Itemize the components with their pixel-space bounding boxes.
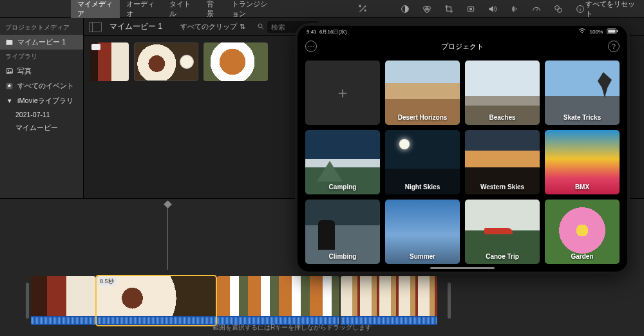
svg-point-6 <box>555 5 560 10</box>
timeline-clip[interactable] <box>341 276 437 325</box>
layout-toggle-icon[interactable] <box>89 22 102 32</box>
browser-title: マイムービー 1 <box>109 21 162 32</box>
sidebar-item-label: 写真 <box>17 66 32 76</box>
camera-icon <box>91 44 100 50</box>
search-icon <box>257 23 265 32</box>
audio-waveform <box>31 316 95 325</box>
crop-icon[interactable] <box>444 4 454 14</box>
new-project-button[interactable]: ＋ <box>305 61 380 125</box>
svg-point-12 <box>258 24 262 28</box>
project-cell[interactable]: Climbing <box>305 200 380 264</box>
project-cell[interactable]: Skate Tricks <box>545 61 620 125</box>
svg-rect-15 <box>617 30 618 32</box>
clip-thumbnail[interactable] <box>134 42 198 81</box>
clip-thumbnail[interactable] <box>90 42 129 81</box>
photo-icon <box>5 67 14 75</box>
effects-icon[interactable] <box>553 4 564 14</box>
sidebar-item[interactable]: すべてのイベント <box>0 79 83 93</box>
project-grid: ＋Desert HorizonsBeachesSkate TricksCampi… <box>298 55 627 269</box>
disclosure-icon: ▾ <box>5 97 14 105</box>
clip-thumbnail[interactable] <box>204 42 268 81</box>
ipad-help-button[interactable]: ? <box>608 41 620 52</box>
project-cell[interactable]: Summer <box>385 200 460 264</box>
project-cell[interactable]: BMX <box>545 130 620 194</box>
battery-icon <box>607 28 618 35</box>
sidebar-project-item[interactable]: マイムービー 1 <box>0 35 83 50</box>
sidebar-item[interactable]: 写真 <box>0 64 83 79</box>
updown-icon: ⇅ <box>240 23 245 31</box>
clip-filter-dropdown[interactable]: すべてのクリップ ⇅ <box>180 22 245 32</box>
project-cell[interactable]: Camping <box>305 130 380 194</box>
duration-badge: 8.5秒 <box>97 277 117 286</box>
project-cell[interactable]: Canoe Trip <box>465 200 540 264</box>
svg-rect-14 <box>608 30 615 33</box>
plus-icon: ＋ <box>335 82 350 103</box>
stabilize-icon[interactable] <box>466 4 476 14</box>
ipad-menu-button[interactable]: ⋯ <box>305 41 317 52</box>
ipad-status-bar: 9:41 6月16日(水) 100% <box>298 26 627 37</box>
project-cell[interactable]: Desert Horizons <box>385 61 460 125</box>
star-icon <box>5 82 14 90</box>
ipad-overlay: 9:41 6月16日(水) 100% ⋯ プロジェクト ? ＋Desert Ho… <box>295 23 630 274</box>
project-label: Summer <box>385 253 460 260</box>
ipad-header-title: プロジェクト <box>441 42 484 51</box>
timeline-edge-handle[interactable] <box>26 283 29 319</box>
project-label: Climbing <box>305 253 380 260</box>
color-balance-icon[interactable] <box>400 4 410 14</box>
color-correction-icon[interactable] <box>422 4 432 14</box>
wifi-icon <box>578 28 586 35</box>
svg-point-7 <box>558 8 562 12</box>
project-label: Canoe Trip <box>465 253 540 260</box>
project-cell[interactable]: Night Skies <box>385 130 460 194</box>
project-cell[interactable]: Western Skies <box>465 130 540 194</box>
timeline-clip[interactable] <box>31 276 95 325</box>
svg-rect-5 <box>469 8 472 10</box>
timeline-clip[interactable] <box>217 276 339 325</box>
sidebar-heading-project: プロジェクトメディア <box>0 21 83 35</box>
project-label: Skate Tricks <box>545 114 620 121</box>
project-cell[interactable]: Beaches <box>465 61 540 125</box>
project-label: Garden <box>545 253 620 260</box>
playhead[interactable] <box>167 204 168 270</box>
project-label: BMX <box>545 183 620 191</box>
timeline-hint: 範囲を選択するにはRキーを押しながらドラッグします <box>213 323 372 332</box>
sidebar-item-label: すべてのイベント <box>17 81 74 91</box>
sidebar-event[interactable]: マイムービー <box>0 121 83 135</box>
sidebar-library-root[interactable]: ▾ iMovieライブラリ <box>0 93 83 108</box>
status-time: 9:41 <box>307 29 317 35</box>
sidebar-event[interactable]: 2021-07-11 <box>0 108 83 121</box>
reset-all-button[interactable]: すべてをリセット <box>585 0 636 19</box>
timeline-edge-handle[interactable] <box>448 283 451 319</box>
home-indicator[interactable] <box>430 267 495 269</box>
clapper-icon <box>5 38 14 46</box>
project-cell[interactable]: Garden <box>545 200 620 264</box>
volume-icon[interactable] <box>488 4 498 14</box>
library-name-label: iMovieライブラリ <box>17 96 73 106</box>
status-date: 6月16日(水) <box>319 29 347 35</box>
clip-filter-label: すべてのクリップ <box>180 22 237 32</box>
sidebar: プロジェクトメディア マイムービー 1 ライブラリ 写真すべてのイベント ▾ i… <box>0 18 84 198</box>
info-icon[interactable] <box>575 4 585 14</box>
inspector-tools <box>400 4 585 14</box>
speed-icon[interactable] <box>531 4 542 14</box>
audio-waveform <box>97 316 216 325</box>
project-label: Night Skies <box>385 183 460 191</box>
ipad-header: ⋯ プロジェクト ? <box>298 37 627 55</box>
timeline-clip-selected[interactable]: 8.5秒 <box>97 276 216 325</box>
project-label: Beaches <box>465 114 540 121</box>
noise-reduction-icon[interactable] <box>509 4 520 14</box>
project-label: Camping <box>305 183 380 191</box>
magic-wand-icon[interactable] <box>357 3 368 15</box>
sidebar-heading-library: ライブラリ <box>0 50 83 64</box>
battery-label: 100% <box>590 29 603 35</box>
sidebar-project-label: マイムービー 1 <box>17 37 66 47</box>
topbar: マイメディアオーディオタイトル背景トランジション すべてをリセット <box>0 0 644 18</box>
project-label: Western Skies <box>465 183 540 191</box>
project-label: Desert Horizons <box>385 114 460 121</box>
timeline-track: 8.5秒 <box>31 276 444 325</box>
svg-point-10 <box>8 70 9 71</box>
